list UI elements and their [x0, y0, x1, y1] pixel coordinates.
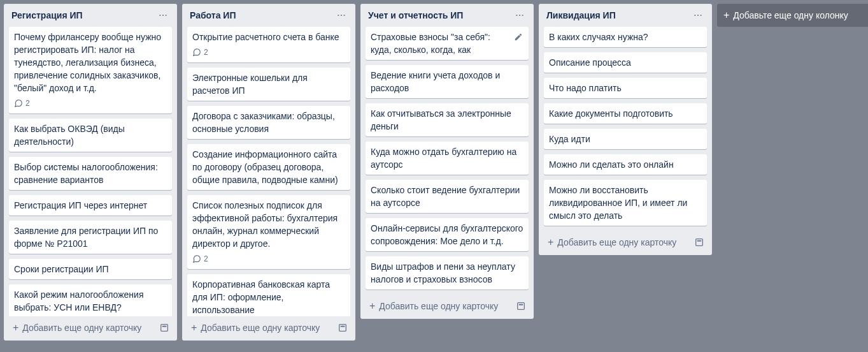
card-text: Какие документы подготовить: [549, 107, 702, 120]
card-text: Виды штрафов и пени за неуплату налогов …: [371, 260, 523, 286]
add-card-button[interactable]: +Добавить еще одну карточку: [187, 320, 332, 335]
card[interactable]: Виды штрафов и пени за неуплату налогов …: [366, 256, 529, 290]
list-header: Регистрация ИП: [4, 4, 177, 27]
list: Работа ИПОткрытие расчетного счета в бан…: [182, 4, 355, 341]
list-header: Работа ИП: [182, 4, 355, 27]
card-text: Страховые взносы "за себя": куда, скольк…: [371, 31, 523, 56]
card[interactable]: Куда идти: [544, 129, 707, 149]
add-card-button[interactable]: +Добавить еще одну карточку: [9, 320, 154, 335]
svg-point-12: [522, 15, 523, 16]
card-text: Корпоративная банковская карта для ИП: о…: [192, 278, 345, 316]
add-card-button[interactable]: +Добавить еще одну карточку: [544, 235, 689, 250]
card[interactable]: Какой режим налогообложения выбрать: УСН…: [9, 284, 172, 316]
card-text: Можно ли восстановить ликвидированное ИП…: [549, 184, 702, 222]
comment-icon: [192, 254, 201, 263]
svg-point-1: [162, 15, 164, 16]
add-card-label: Добавить еще одну карточку: [201, 323, 320, 333]
card[interactable]: Электронные кошельки для расчетов ИП: [187, 68, 350, 101]
list-cards: Открытие расчетного счета в банке2Электр…: [182, 27, 355, 316]
card[interactable]: Сколько стоит ведение бухгалтерии на аут…: [366, 180, 529, 213]
svg-point-6: [341, 15, 342, 16]
card-text: Что надо платить: [549, 82, 702, 94]
svg-rect-4: [162, 326, 167, 327]
card[interactable]: Корпоративная банковская карта для ИП: о…: [187, 274, 350, 316]
list-menu-button[interactable]: [511, 8, 529, 23]
svg-rect-3: [161, 325, 168, 332]
create-from-template-button[interactable]: [692, 235, 707, 250]
card[interactable]: Что надо платить: [544, 78, 707, 98]
card[interactable]: Описание процесса: [544, 52, 707, 73]
list-footer: +Добавить еще одну карточку: [360, 295, 534, 319]
pencil-icon[interactable]: [511, 29, 526, 45]
svg-point-16: [697, 15, 699, 16]
plus-icon: +: [548, 237, 553, 247]
svg-point-0: [159, 15, 160, 16]
list-title[interactable]: Ликвидация ИП: [546, 10, 616, 20]
list-menu-button[interactable]: [154, 8, 172, 23]
card[interactable]: Можно ли сделать это онлайн: [544, 154, 707, 175]
create-from-template-button[interactable]: [157, 320, 172, 335]
list-cards: Почему фрилансеру вообще нужно регистрир…: [4, 27, 177, 316]
card[interactable]: Создание информационного сайта по догово…: [187, 144, 350, 190]
card[interactable]: Страховые взносы "за себя": куда, скольк…: [366, 27, 529, 60]
card[interactable]: Выбор системы налогообложения: сравнение…: [9, 157, 172, 190]
card-text: Описание процесса: [549, 56, 702, 69]
svg-point-5: [338, 15, 339, 16]
card-badges: 2: [14, 97, 167, 110]
svg-rect-19: [697, 240, 702, 242]
card-text: Договора с заказчиками: образцы, основны…: [192, 110, 345, 135]
card[interactable]: Как выбрать ОКВЭД (виды деятельности): [9, 119, 172, 152]
card[interactable]: Куда можно отдать бухгалтерию на аутсорс: [366, 142, 529, 175]
create-from-template-button[interactable]: [513, 298, 529, 314]
plus-icon: +: [191, 323, 197, 333]
plus-icon: +: [369, 301, 375, 311]
add-card-label: Добавить еще одну карточку: [379, 301, 498, 311]
svg-point-15: [694, 15, 695, 16]
card[interactable]: Как отчитываться за электронные деньги: [366, 103, 529, 136]
add-card-button[interactable]: +Добавить еще одну карточку: [366, 298, 511, 314]
list: Учет и отчетность ИПСтраховые взносы "за…: [360, 4, 534, 319]
list-cards: В каких случаях нужна?Описание процессаЧ…: [539, 27, 712, 231]
comment-count: 2: [204, 253, 208, 265]
card-text: Заявление для регистрации ИП по форме № …: [14, 224, 167, 250]
card-badges: 2: [192, 253, 345, 265]
card[interactable]: Заявление для регистрации ИП по форме № …: [9, 221, 172, 254]
add-list-button[interactable]: +Добавьте еще одну колонку: [717, 4, 868, 27]
list-footer: +Добавить еще одну карточку: [539, 231, 712, 255]
card-text: Как выбрать ОКВЭД (виды деятельности): [14, 122, 167, 148]
card[interactable]: Регистрация ИП через интернет: [9, 195, 172, 216]
card[interactable]: Договора с заказчиками: образцы, основны…: [187, 106, 350, 139]
card-text: Онлайн-сервисы для бухгалтерского сопров…: [371, 222, 523, 247]
list-title[interactable]: Регистрация ИП: [11, 10, 83, 20]
add-list-label: Добавьте еще одну колонку: [733, 10, 848, 20]
list-title[interactable]: Работа ИП: [190, 10, 236, 20]
card[interactable]: Открытие расчетного счета в банке2: [187, 27, 350, 62]
create-from-template-button[interactable]: [335, 320, 350, 335]
card[interactable]: Ведение книги учета доходов и расходов: [366, 65, 529, 98]
list-menu-button[interactable]: [689, 8, 707, 23]
card-badges: 2: [192, 46, 345, 59]
card[interactable]: Сроки регистрации ИП: [9, 259, 172, 279]
board: Регистрация ИППочему фрилансеру вообще н…: [0, 0, 868, 352]
svg-point-17: [701, 15, 702, 16]
card-text: Открытие расчетного счета в банке: [192, 31, 345, 43]
card[interactable]: Почему фрилансеру вообще нужно регистрир…: [9, 27, 172, 114]
card-text: Можно ли сделать это онлайн: [549, 158, 702, 171]
add-card-label: Добавить еще одну карточку: [22, 323, 141, 333]
comment-count: 2: [204, 46, 208, 59]
card[interactable]: Можно ли восстановить ликвидированное ИП…: [544, 180, 707, 226]
card-text: Как отчитываться за электронные деньги: [371, 107, 523, 133]
list-cards: Страховые взносы "за себя": куда, скольк…: [360, 27, 534, 295]
card[interactable]: Какие документы подготовить: [544, 103, 707, 124]
list-title[interactable]: Учет и отчетность ИП: [368, 10, 463, 20]
svg-rect-9: [341, 326, 345, 327]
list: Ликвидация ИПВ каких случаях нужна?Описа…: [539, 4, 712, 255]
card-text: Куда можно отдать бухгалтерию на аутсорс: [371, 145, 523, 171]
card[interactable]: В каких случаях нужна?: [544, 27, 707, 47]
comment-count: 2: [25, 97, 30, 110]
card[interactable]: Онлайн-сервисы для бухгалтерского сопров…: [366, 218, 529, 251]
plus-icon: +: [13, 323, 18, 333]
list-header: Ликвидация ИП: [539, 4, 712, 27]
card[interactable]: Список полезных подписок для эффективной…: [187, 195, 350, 269]
list-menu-button[interactable]: [332, 8, 350, 23]
